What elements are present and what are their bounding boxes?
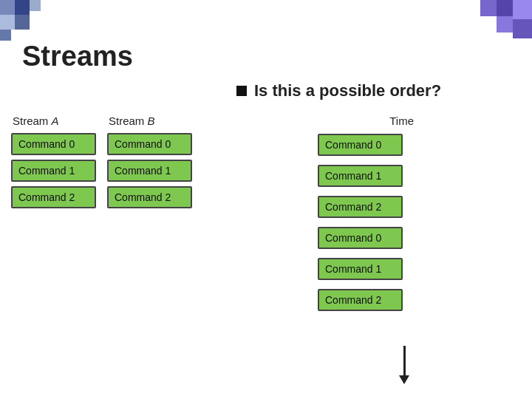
svg-rect-1 — [15, 0, 30, 15]
svg-rect-9 — [497, 16, 513, 33]
svg-rect-3 — [15, 15, 30, 30]
stream-b-cmd-1: Command 1 — [107, 160, 192, 182]
streams-container: Stream A Command 0 Command 1 Command 2 S… — [11, 115, 203, 213]
stream-b-label: Stream B — [107, 115, 155, 127]
stream-a-label: Stream A — [11, 115, 59, 127]
stream-b-cmd-0: Command 0 — [107, 133, 192, 155]
svg-rect-6 — [480, 0, 497, 16]
timeline-cmd-4: Command 1 — [318, 258, 403, 280]
svg-rect-8 — [513, 0, 532, 19]
timeline-section: Time Command 0 Command 1 Command 2 Comma… — [318, 115, 414, 316]
time-label: Time — [388, 115, 414, 127]
svg-rect-7 — [497, 0, 513, 16]
question-section: Is this a possible order? — [236, 81, 441, 100]
page-title: Streams — [22, 41, 133, 72]
time-arrow — [399, 346, 409, 384]
stream-a-cmd-1: Command 1 — [11, 160, 96, 182]
stream-a-cmd-0: Command 0 — [11, 133, 96, 155]
timeline-cmd-5: Command 2 — [318, 289, 403, 311]
stream-a-italic: A — [52, 115, 59, 127]
bullet-icon — [236, 86, 247, 96]
stream-b-italic: B — [148, 115, 155, 127]
stream-b-cmd-2: Command 2 — [107, 186, 192, 208]
svg-rect-0 — [0, 0, 15, 15]
stream-b-column: Stream B Command 0 Command 1 Command 2 — [107, 115, 203, 213]
svg-rect-4 — [30, 0, 41, 11]
arrow-head-icon — [399, 375, 409, 384]
question-text: Is this a possible order? — [254, 81, 441, 100]
timeline-cmd-1: Command 1 — [318, 165, 403, 187]
timeline-commands: Command 0 Command 1 Command 2 Command 0 … — [318, 134, 403, 316]
timeline-cmd-2: Command 2 — [318, 196, 403, 218]
timeline-cmd-3: Command 0 — [318, 227, 403, 249]
svg-rect-2 — [0, 15, 15, 30]
svg-rect-5 — [0, 30, 11, 41]
top-left-deco — [0, 0, 52, 44]
stream-a-cmd-2: Command 2 — [11, 186, 96, 208]
arrow-line — [403, 346, 406, 375]
svg-rect-10 — [513, 19, 532, 38]
stream-a-column: Stream A Command 0 Command 1 Command 2 — [11, 115, 107, 213]
top-right-deco — [458, 0, 532, 44]
timeline-cmd-0: Command 0 — [318, 134, 403, 156]
